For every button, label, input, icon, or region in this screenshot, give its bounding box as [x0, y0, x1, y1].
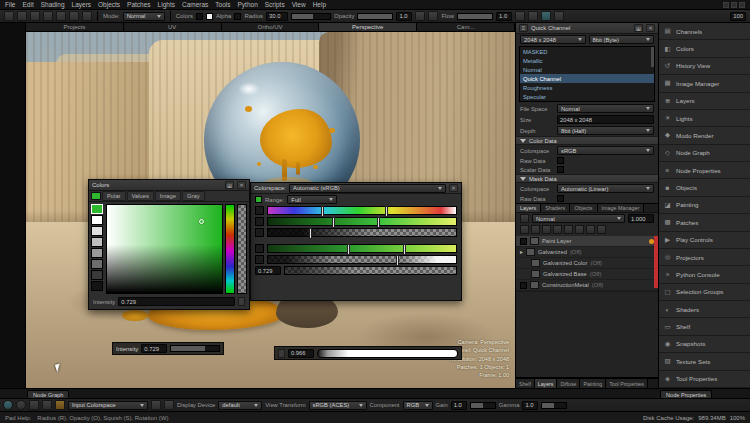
menu-edit[interactable]: Edit: [22, 1, 33, 8]
add-mask-icon[interactable]: [542, 225, 551, 234]
sidebar-item-shelf[interactable]: ▭Shelf: [659, 318, 750, 335]
sidebar-item-objects[interactable]: ■Objects: [659, 179, 750, 196]
gradient-handle[interactable]: [377, 217, 380, 228]
colors-panel-header[interactable]: Colors ⊞ ×: [89, 180, 249, 191]
dock-tab-diffuse[interactable]: Diffuse: [557, 379, 580, 388]
menu-file[interactable]: File: [5, 1, 15, 8]
tab-image-manager[interactable]: Image Manager: [598, 204, 645, 212]
channel-size-dropdown[interactable]: 2048 x 2048: [520, 35, 586, 44]
blend-icon[interactable]: [520, 214, 529, 223]
gamma-field[interactable]: 1.0: [522, 401, 538, 410]
hue-strip[interactable]: [225, 204, 235, 294]
sidebar-item-history-view[interactable]: ↺History View: [659, 58, 750, 75]
visibility-checkbox[interactable]: [520, 238, 527, 245]
channel-row[interactable]: Metallic: [520, 56, 654, 65]
channel-row[interactable]: Roughness: [520, 83, 654, 92]
alpha-strip[interactable]: [237, 204, 247, 294]
expand-arrow-icon[interactable]: ▸: [520, 249, 523, 255]
visibility-checkbox[interactable]: [520, 282, 527, 289]
sidebar-item-shaders[interactable]: ◐Shaders: [659, 301, 750, 318]
tab-values[interactable]: Values: [127, 191, 154, 201]
sv-cursor[interactable]: [199, 219, 204, 224]
tab-polar[interactable]: Polar: [102, 191, 126, 201]
menu-lights[interactable]: Lights: [158, 1, 175, 8]
menu-cameras[interactable]: Cameras: [182, 1, 208, 8]
layer-row[interactable]: ConstructionMetal (Off): [516, 280, 658, 291]
sidebar-item-modo-render[interactable]: ◆Modo Render: [659, 127, 750, 144]
input-colorspace-dropdown[interactable]: Input Colorspace: [68, 401, 148, 410]
sidebar-item-node-properties[interactable]: ≡Node Properties: [659, 162, 750, 179]
menu-layers[interactable]: Layers: [72, 1, 92, 8]
wireframe-icon[interactable]: [554, 11, 564, 21]
gradient-handle[interactable]: [332, 217, 335, 228]
color-swatch[interactable]: [91, 281, 103, 291]
mask-icon[interactable]: [528, 11, 538, 21]
sidebar-item-image-manager[interactable]: ▦Image Manager: [659, 75, 750, 92]
lighting-mode-icon[interactable]: [541, 11, 551, 21]
channel-list-scrollbar[interactable]: [651, 47, 654, 67]
tab-perspective[interactable]: Perspective: [319, 23, 417, 31]
channel-row[interactable]: Specular: [520, 92, 654, 101]
sidebar-item-snapshots[interactable]: ◉Snapshots: [659, 336, 750, 353]
add-adjustment-icon[interactable]: [553, 225, 562, 234]
dock-tab-tool-properties[interactable]: Tool Properties: [606, 379, 648, 388]
hue-gradient-bar[interactable]: [267, 206, 457, 215]
tab-uv[interactable]: UV: [124, 23, 222, 31]
intensity-field[interactable]: 0.729: [141, 344, 167, 353]
sidebar-item-projectors[interactable]: ◎Projectors: [659, 249, 750, 266]
value-field[interactable]: 0.966: [288, 349, 314, 358]
menu-help[interactable]: Help: [313, 1, 326, 8]
alpha-checkbox[interactable]: [234, 13, 241, 20]
component-dropdown[interactable]: RGB: [403, 401, 433, 410]
radius-slider[interactable]: [291, 13, 331, 20]
layer-opacity-field[interactable]: 1.000: [628, 214, 654, 223]
window-icon[interactable]: [731, 2, 737, 8]
radius-field[interactable]: 30.0: [266, 12, 288, 21]
gradient-handle[interactable]: [385, 206, 388, 217]
menu-python[interactable]: Python: [238, 1, 258, 8]
current-color-swatch[interactable]: [91, 204, 103, 214]
clone-tool-icon[interactable]: [69, 11, 79, 21]
lock-layer-icon[interactable]: [586, 225, 595, 234]
gradient-handle[interactable]: [309, 228, 312, 239]
menu-scripts[interactable]: Scripts: [265, 1, 285, 8]
colorspace-dropdown[interactable]: Automatic (sRGB): [289, 184, 446, 193]
color-swatch[interactable]: [91, 237, 103, 247]
menu-tools[interactable]: Tools: [215, 1, 230, 8]
range-dropdown[interactable]: Full: [287, 195, 337, 204]
size-field[interactable]: 2048 x 2048: [557, 115, 654, 124]
green-gradient-bar[interactable]: [267, 217, 457, 226]
layer-row-child[interactable]: Galvanized Base (Off): [516, 269, 658, 280]
mask-data-section[interactable]: Mask Data: [516, 174, 658, 183]
dock-tab-layers[interactable]: Layers: [535, 379, 558, 388]
zoom-field[interactable]: 100: [730, 12, 746, 21]
tab-shaders[interactable]: Shaders: [541, 204, 570, 212]
tab-cam[interactable]: Cam...: [417, 23, 515, 31]
sidebar-item-node-graph[interactable]: ◇Node Graph: [659, 145, 750, 162]
gradient-handle[interactable]: [347, 244, 350, 255]
gradient-handle[interactable]: [403, 244, 406, 255]
sidebar-item-selection-groups[interactable]: ▢Selection Groups: [659, 284, 750, 301]
sidebar-item-python-console[interactable]: »Python Console: [659, 266, 750, 283]
pan-icon[interactable]: [16, 400, 26, 410]
intensity-stepper[interactable]: [238, 297, 245, 306]
zoom-fit-icon[interactable]: [29, 400, 39, 410]
sidebar-item-lights[interactable]: ☀Lights: [659, 110, 750, 127]
merge-layer-icon[interactable]: [575, 225, 584, 234]
menu-patches[interactable]: Patches: [127, 1, 151, 8]
gamma-slider[interactable]: [541, 402, 567, 409]
window-icon[interactable]: [739, 2, 745, 8]
value-stepper[interactable]: [278, 349, 285, 358]
intensity-slider[interactable]: [170, 345, 220, 352]
sidebar-item-layers[interactable]: ≣Layers: [659, 93, 750, 110]
layer-row-group[interactable]: ▸ Galvanized (Off): [516, 247, 658, 258]
add-layer-icon[interactable]: [520, 225, 529, 234]
layer-row-paint[interactable]: Paint Layer: [516, 236, 658, 247]
layer-row-child[interactable]: Galvanized Color (Off): [516, 258, 658, 269]
window-icon[interactable]: [723, 2, 729, 8]
paint-mode-dropdown[interactable]: Normal: [123, 12, 165, 21]
paint-target-icon[interactable]: [55, 400, 65, 410]
tab-projects[interactable]: Projects: [26, 23, 124, 31]
brush-preset-icon[interactable]: [415, 11, 425, 21]
close-icon[interactable]: ×: [237, 181, 246, 189]
